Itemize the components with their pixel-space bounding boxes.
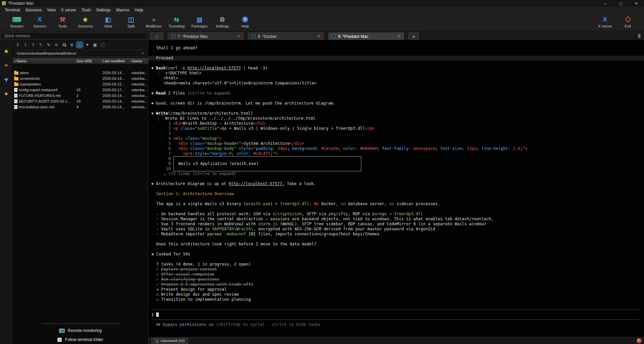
file-row-superpowers[interactable]: superpowers2026-03-12...vstockw... [13,81,148,87]
toolbar-multiexec-button[interactable]: »MultiExec [142,14,165,28]
toolbar-session-button[interactable]: ⌨Session [5,14,28,28]
sidebar-footer: Remote monitoring ✓ Follow terminal fold… [13,324,148,344]
path-dropdown[interactable]: /Users/vstockwell/repos/wraith/docs/ ▼ [14,50,147,57]
sort-ascending-icon: ▴ [14,59,16,63]
file-name: screenshots [20,76,40,80]
stop-icon[interactable]: ⊗ [53,42,60,48]
minimize-button[interactable]: — [598,0,613,7]
current-path: /Users/vstockwell/repos/wraith/docs/ [17,51,76,55]
toolbar-view-button[interactable]: ◧View [97,14,120,28]
file-name: FUTURE-FEATURES.md [19,94,60,98]
menu-help[interactable]: Help [132,7,146,13]
quick-connect-input[interactable] [1,32,147,39]
column-header-size-kb[interactable]: Size (KB) [75,58,101,64]
toolbar-settings-button[interactable]: ⚙Settings [211,14,234,28]
split-view-icon[interactable]: ◫ [76,42,83,48]
list-icon[interactable]: ≣ [68,42,75,48]
menu-x-server[interactable]: X server [58,7,79,13]
terminal-line: 4 <div class="mockup"> [151,136,644,141]
sftp-toolbar: ⇧⇓⇑↻✎⊗≣◫✦▣▢ [13,40,148,49]
parent-dir-icon[interactable]: ⇧ [14,42,21,48]
file-row-security-audit-2026-03-1[interactable]: SECURITY-AUDIT-2026-03-1...192026-03-14.… [13,98,148,104]
terminal-output[interactable]: Shall I go ahead?Proceed⏺ Bash(curl -s h… [148,40,644,337]
tab-close-icon[interactable]: ✕ [317,34,320,39]
attachment-icon[interactable] [635,32,644,40]
file-row-test-buildout-spec-md[interactable]: test-buildout-spec.md42026-03-14...vstoc… [13,104,148,110]
toolbar-xserver-label: X server [598,24,612,28]
toolbar-servers-button[interactable]: XServers [28,14,51,28]
folder-icon [14,83,18,86]
tunneling-icon: ⇆ [172,15,181,24]
file-name-cell: config-export.mobaconf [13,88,75,92]
terminal-line: 10 [151,166,644,171]
tab-home[interactable]: ⌂ [150,33,163,40]
sidebar-tab-sessions-icon[interactable]: ★ [2,47,11,56]
download-icon[interactable]: ⇓ [22,42,29,48]
terminal-line [151,302,644,307]
upload-icon[interactable]: ⇑ [30,42,37,48]
column-header-last-modified[interactable]: Last modified [101,58,130,64]
toolbar-tunneling-button[interactable]: ⇆Tunneling [165,14,188,28]
remote-monitoring-button[interactable]: Remote monitoring [59,328,102,333]
toolbar-tools-button[interactable]: ⚒Tools [51,14,74,28]
status-ball-icon[interactable] [637,338,642,343]
terminal-line: Does this architecture look right before… [151,242,644,247]
menu-sessions[interactable]: Sessions [22,7,44,13]
sidebar-tab-tools-icon[interactable]: ✴ [2,61,11,70]
file-row-future-features-md[interactable]: FUTURE-FEATURES.md22026-03-14...vstockw.… [13,93,148,98]
terminal-session-tab[interactable]: vstockwell (x3) [151,338,188,344]
connect-row: ⌂7. *Predator Mac✕8. *Docker✕9. *Predato… [0,32,644,40]
menu-terminal[interactable]: Terminal [2,7,22,13]
terminal-line: ⏺ Good, screen dir is /tmp/brainstorm. L… [151,101,644,106]
follow-terminal-fol der-toggle[interactable]: ✓ Follow terminal folder [57,337,103,342]
terminal-line: - Vault uses SQLite in %APPDATA%\Wraith\… [151,227,644,232]
panel-icon[interactable]: ▢ [99,42,106,48]
titlebar: *Predator Mac — ▢ ✕ [0,0,644,7]
file-icon [14,99,17,103]
file-size-cell: 19 [75,99,101,103]
toolbar-help-button[interactable]: ?Help [234,14,257,28]
file-icon [14,94,17,98]
remote-monitoring-label: Remote monitoring [68,328,102,333]
snapshot-icon[interactable]: ▣ [92,42,98,48]
user-message: Proceed [148,56,644,61]
menu-tools[interactable]: Tools [79,7,94,13]
sidebar-tab-sftp-icon[interactable]: ● [2,89,11,98]
toolbar-split-button[interactable]: ◫Split [120,14,142,28]
terminal-line: ✓ Propose 2-3 approaches with trade-offs [151,282,644,287]
toolbar-xserver-button[interactable]: XX server [594,14,616,28]
file-row-screenshots[interactable]: screenshots2026-03-14...vstockw... [13,75,148,81]
maximize-button[interactable]: ▢ [613,0,629,7]
checkbox-checked-icon[interactable]: ✓ [57,338,62,342]
menu-settings[interactable]: Settings [94,7,113,13]
wand-icon[interactable]: ✦ [84,42,91,48]
tab-9-predator-mac[interactable]: 9. *Predator Mac✕ [328,33,404,40]
new-tab-button[interactable]: + [409,33,419,40]
monitor-icon [59,329,65,333]
column-header-owner[interactable]: Owner [130,58,148,64]
tab-7-predator-mac[interactable]: 7. *Predator Mac✕ [168,33,243,40]
refresh-icon[interactable]: ↻ [38,42,44,48]
session-icon: ⌨ [12,15,21,24]
toolbar-sessions-button[interactable]: ★Sessions [74,14,97,28]
tab-8-docker[interactable]: 8. *Docker✕ [248,33,324,40]
file-modified-cell: 2026-03-14... [101,99,130,103]
menu-view[interactable]: View [44,7,58,13]
close-button[interactable]: ✕ [629,0,644,7]
file-row-[interactable]: ↑.. [13,64,148,70]
file-row-config-export-mobaconf[interactable]: config-export.mobaconf162026-03-17...vst… [13,87,148,93]
tab-close-icon[interactable]: ✕ [398,34,401,39]
menu-macros[interactable]: Macros [113,7,132,13]
sidebar-tab-macros-icon[interactable]: ➤ [0,73,12,86]
search-icon[interactable] [61,42,67,48]
file-row-plans[interactable]: plans2026-03-14...vstockw... [13,70,148,75]
edit-icon[interactable]: ✎ [45,42,52,48]
tab-close-icon[interactable]: ✕ [237,34,240,39]
terminal-link[interactable]: http://localhost:57577 [187,66,241,70]
toolbar-packages-button[interactable]: ▥Packages [188,14,211,28]
terminal-link[interactable]: http://localhost:57577. [229,181,284,186]
column-header-name[interactable]: ▴Name [13,58,75,64]
terminal-line [151,186,644,191]
toolbar-exit-button[interactable]: Exit [616,14,639,28]
file-size-cell: 2 [75,94,101,98]
